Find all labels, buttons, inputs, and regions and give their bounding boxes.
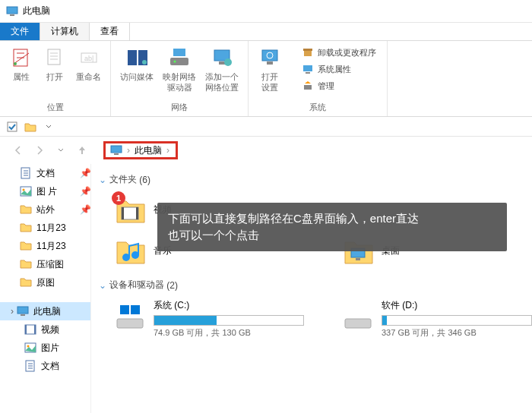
svg-rect-44: [356, 258, 360, 260]
qat-folder-icon[interactable]: [23, 119, 38, 134]
tab-file[interactable]: 文件: [0, 23, 40, 40]
badge: 1: [112, 191, 125, 205]
sidebar-item-documents[interactable]: 文档: [0, 357, 90, 375]
svg-rect-0: [7, 7, 17, 14]
collapse-icon[interactable]: ⌄: [99, 175, 106, 185]
access-media-button[interactable]: 访问媒体: [116, 44, 158, 102]
svg-rect-1: [10, 14, 14, 16]
back-button[interactable]: [9, 141, 27, 159]
svg-rect-18: [267, 61, 273, 65]
sidebar-item-documents[interactable]: 文档📌: [0, 164, 90, 182]
sidebar-item-thispc[interactable]: ›此电脑: [0, 302, 90, 320]
svg-rect-40: [136, 207, 138, 219]
drive-space: 74.9 GB 可用，共 130 GB: [154, 327, 304, 339]
sidebar-item-pictures[interactable]: 图片: [0, 339, 90, 357]
sidebar-item-pictures[interactable]: 图 片📌: [0, 182, 90, 200]
svg-rect-22: [306, 72, 310, 74]
rename-icon: ab|: [77, 46, 101, 70]
sidebar: 文档📌 图 片📌 站外📌 11月23 11月23 压缩图 原图 ›此电脑 视频 …: [0, 164, 91, 413]
drive-space: 337 GB 可用，共 346 GB: [382, 327, 532, 339]
manage-button[interactable]: 管理: [297, 77, 381, 94]
qat-checkbox[interactable]: [5, 119, 20, 134]
svg-rect-34: [34, 325, 36, 334]
usage-bar: [154, 315, 304, 326]
pin-icon: 📌: [80, 186, 87, 197]
ribbon-group-location: 属性 打开 ab| 重命名 位置: [0, 41, 111, 116]
add-network-location-button[interactable]: 添加一个 网络位置: [201, 44, 243, 102]
chevron-right-icon[interactable]: ›: [165, 145, 171, 156]
svg-text:ab|: ab|: [84, 55, 93, 62]
content-area: ⌄ 文件夹 (6) 1 视频 音乐 桌面 ⌄ 设: [91, 164, 532, 413]
drive-name: 软件 (D:): [382, 299, 532, 312]
chevron-right-icon[interactable]: ›: [125, 145, 131, 156]
open-button[interactable]: 打开: [38, 44, 71, 102]
instruction-tooltip: 下面可以直接复制路径在C盘界面输入，enter直达 也可以一个个点击: [157, 203, 507, 251]
pic-icon: [24, 342, 36, 354]
svg-point-9: [142, 60, 147, 65]
drive-c[interactable]: 系统 (C:) 74.9 GB 可用，共 130 GB: [114, 295, 304, 343]
sidebar-item[interactable]: 11月23: [0, 219, 90, 237]
sidebar-item[interactable]: 压缩图: [0, 255, 90, 273]
section-drives-header[interactable]: ⌄ 设备和驱动器 (2): [99, 276, 532, 295]
video-folder-icon: 1: [114, 194, 146, 225]
collapse-icon[interactable]: ⌄: [99, 280, 106, 291]
manage-icon: [302, 80, 314, 92]
svg-rect-48: [345, 319, 371, 328]
sidebar-item-videos[interactable]: 视频: [0, 320, 90, 339]
settings-icon: [258, 46, 282, 70]
section-folders-header[interactable]: ⌄ 文件夹 (6): [99, 170, 532, 189]
expand-icon[interactable]: ›: [11, 306, 14, 317]
body: 文档📌 图 片📌 站外📌 11月23 11月23 压缩图 原图 ›此电脑 视频 …: [0, 164, 532, 413]
svg-rect-25: [111, 146, 122, 153]
drive-d[interactable]: 软件 (D:) 337 GB 可用，共 346 GB: [342, 295, 532, 343]
svg-rect-38: [122, 207, 138, 219]
svg-rect-24: [8, 122, 17, 131]
system-properties-button[interactable]: 系统属性: [297, 61, 381, 77]
svg-rect-32: [25, 325, 36, 334]
titlebar: 此电脑: [0, 0, 532, 23]
open-settings-button[interactable]: 打开 设置: [253, 44, 287, 102]
qat-dropdown-icon[interactable]: [41, 119, 56, 134]
svg-rect-26: [114, 153, 119, 155]
media-server-icon: [125, 46, 149, 70]
rename-button[interactable]: ab| 重命名: [71, 44, 106, 102]
tab-computer[interactable]: 计算机: [40, 23, 90, 40]
svg-point-3: [14, 62, 17, 65]
open-icon: [43, 46, 67, 70]
folder-icon: [20, 240, 32, 252]
sidebar-item[interactable]: 11月23: [0, 237, 90, 255]
map-drive-button[interactable]: 映射网络 驱动器: [158, 44, 201, 102]
sidebar-item[interactable]: 原图: [0, 273, 90, 292]
svg-rect-46: [120, 305, 129, 314]
svg-rect-14: [219, 61, 225, 65]
thispc-icon: [6, 5, 18, 17]
uninstall-programs-button[interactable]: 卸载或更改程序: [297, 44, 381, 61]
svg-rect-31: [21, 314, 25, 316]
svg-point-36: [27, 345, 30, 348]
ribbon-tabs: 文件 计算机 查看: [0, 23, 532, 41]
forward-button[interactable]: [30, 141, 49, 159]
uninstall-icon: [302, 46, 314, 58]
breadcrumb[interactable]: › 此电脑 ›: [103, 141, 178, 159]
sidebar-item[interactable]: 站外📌: [0, 200, 90, 219]
recent-dropdown-icon[interactable]: [52, 141, 70, 159]
ribbon-group-label: 系统: [249, 102, 387, 116]
svg-point-12: [174, 61, 176, 63]
properties-button[interactable]: 属性: [5, 44, 38, 102]
folder-icon: [20, 222, 32, 234]
drive-icon: [114, 299, 146, 331]
music-folder-icon: [114, 235, 146, 266]
ribbon: 属性 打开 ab| 重命名 位置 访问媒体 映射网络 驱动器: [0, 41, 532, 117]
pic-icon: [20, 185, 32, 197]
properties-icon: [9, 46, 33, 70]
svg-rect-45: [117, 319, 143, 328]
ribbon-group-system: 打开 设置 卸载或更改程序 系统属性 管理 系统: [249, 41, 388, 116]
quick-access-toolbar: [0, 117, 532, 137]
pin-icon: 📌: [80, 204, 87, 215]
up-button[interactable]: [73, 141, 91, 159]
breadcrumb-part[interactable]: 此电脑: [131, 144, 165, 157]
svg-rect-10: [170, 58, 188, 65]
svg-rect-7: [128, 50, 137, 65]
pin-icon: 📌: [80, 168, 87, 178]
tab-view[interactable]: 查看: [90, 23, 130, 40]
